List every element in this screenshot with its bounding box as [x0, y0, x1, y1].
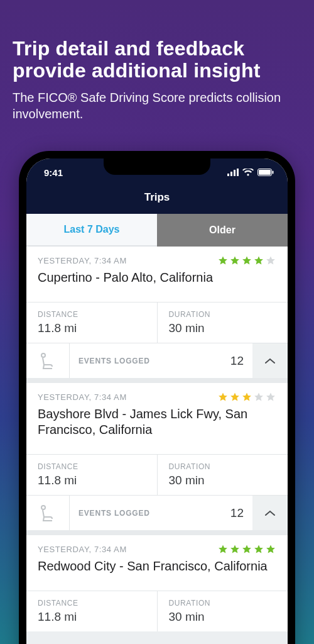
status-time: 9:41: [44, 167, 63, 178]
trip-rating: [217, 392, 276, 402]
phone-screen: 9:41 Trips Last 7 Days Older: [26, 158, 288, 644]
page-title: Trips: [26, 186, 288, 214]
tab-older[interactable]: Older: [157, 214, 288, 247]
star-icon: [229, 392, 241, 402]
trip-route: Bayshore Blvd - James Lick Fwy, San Fran…: [38, 406, 276, 438]
phone-frame: 9:41 Trips Last 7 Days Older: [19, 151, 295, 644]
star-icon: [265, 544, 276, 555]
svg-rect-0: [227, 174, 229, 176]
trip-card[interactable]: YESTERDAY, 7:34 AM Redwood City - San Fr…: [26, 535, 288, 631]
events-label: EVENTS LOGGED: [69, 343, 150, 378]
star-icon: [241, 392, 252, 402]
star-icon: [265, 255, 276, 266]
hero: Trip detail and feedback provide additio…: [0, 0, 314, 137]
star-icon: [217, 544, 229, 555]
trip-rating: [217, 255, 276, 266]
trip-route: Redwood City - San Francisco, California: [38, 558, 276, 574]
distance-label: DISTANCE: [38, 599, 146, 608]
star-icon: [241, 544, 252, 555]
distance-label: DISTANCE: [38, 462, 146, 471]
hero-title: Trip detail and feedback provide additio…: [13, 38, 301, 82]
svg-rect-2: [234, 170, 236, 176]
star-icon: [229, 255, 241, 266]
seat-icon: [26, 352, 69, 370]
chevron-up-icon: [265, 508, 275, 519]
star-icon: [253, 544, 264, 555]
svg-rect-5: [259, 170, 271, 175]
trip-card[interactable]: YESTERDAY, 7:34 AM Bayshore Blvd - James…: [26, 383, 288, 530]
star-icon: [229, 544, 241, 555]
svg-rect-1: [230, 172, 232, 176]
star-icon: [217, 255, 229, 266]
wifi-icon: [242, 167, 254, 178]
star-icon: [241, 255, 252, 266]
trip-route: Cupertino - Palo Alto, California: [38, 270, 276, 286]
duration-value: 30 min: [169, 321, 277, 335]
tab-bar: Last 7 Days Older: [26, 214, 288, 247]
duration-label: DURATION: [169, 599, 277, 608]
trip-card[interactable]: YESTERDAY, 7:34 AM Cupertino - Palo Alto…: [26, 247, 288, 378]
expand-toggle[interactable]: [252, 496, 288, 530]
duration-value: 30 min: [169, 474, 277, 487]
tab-last-7-days[interactable]: Last 7 Days: [26, 214, 157, 247]
trip-list: YESTERDAY, 7:34 AM Cupertino - Palo Alto…: [26, 247, 288, 631]
svg-rect-3: [237, 169, 239, 176]
phone-notch: [104, 158, 210, 175]
star-icon: [265, 392, 276, 402]
duration-label: DURATION: [169, 310, 277, 319]
trip-rating: [217, 544, 276, 555]
star-icon: [253, 255, 264, 266]
battery-icon: [257, 167, 274, 178]
distance-value: 11.8 mi: [38, 610, 146, 624]
expand-toggle[interactable]: [252, 343, 288, 378]
distance-value: 11.8 mi: [38, 474, 146, 487]
trip-timestamp: YESTERDAY, 7:34 AM: [38, 256, 127, 265]
hero-subtitle: The FICO® Safe Driving Score predicts co…: [13, 89, 301, 122]
star-icon: [253, 392, 264, 402]
distance-label: DISTANCE: [38, 310, 146, 319]
app-promo-page: Trip detail and feedback provide additio…: [0, 0, 314, 644]
seat-icon: [26, 504, 69, 523]
cellular-icon: [227, 167, 239, 178]
duration-value: 30 min: [169, 610, 277, 624]
chevron-up-icon: [265, 355, 275, 367]
trip-timestamp: YESTERDAY, 7:34 AM: [38, 545, 127, 554]
svg-rect-6: [273, 170, 274, 174]
star-icon: [217, 392, 229, 402]
events-count: 12: [150, 354, 252, 368]
trip-timestamp: YESTERDAY, 7:34 AM: [38, 392, 127, 402]
duration-label: DURATION: [169, 462, 277, 471]
events-label: EVENTS LOGGED: [69, 496, 150, 530]
events-count: 12: [150, 506, 252, 520]
distance-value: 11.8 mi: [38, 321, 146, 335]
